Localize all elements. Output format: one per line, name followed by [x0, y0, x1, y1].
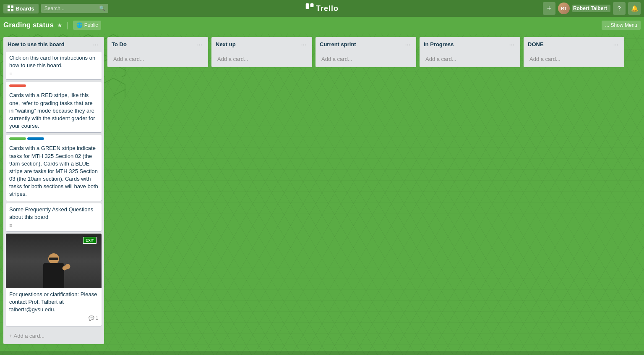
add-card-button-next-up[interactable]: Add a card...: [214, 53, 310, 65]
add-card-button-current-sprint[interactable]: Add a card...: [318, 53, 414, 65]
card-instructions[interactable]: Click on this card for instructions on h…: [6, 52, 102, 79]
body: [43, 263, 64, 288]
list-in-progress: In Progress ··· Add a card...: [420, 37, 520, 67]
list-menu-button-next-up[interactable]: ···: [299, 40, 308, 48]
add-card-button-done[interactable]: Add a card...: [526, 53, 622, 65]
list-to-do: To Do ··· Add a card...: [107, 37, 208, 67]
top-nav: Boards 🔍 Trello + RT Robert Talbert ? 🔔: [0, 0, 644, 17]
card-contact-text: For questions or clarification: Please c…: [9, 291, 98, 314]
red-label: [9, 84, 26, 87]
star-icon[interactable]: ★: [57, 22, 63, 29]
person-figure: [39, 251, 68, 288]
faq-description-icon: ≡: [9, 223, 98, 229]
card-faq[interactable]: Some Frequently Asked Questions about th…: [6, 203, 102, 231]
comment-number: 1: [96, 316, 98, 321]
trello-logo: Trello: [305, 3, 339, 14]
search-wrapper: 🔍: [41, 4, 108, 13]
card-labels-green-blue: [9, 137, 98, 142]
show-menu-button[interactable]: ... Show Menu: [602, 21, 641, 30]
titlebar-divider: |: [67, 21, 69, 30]
list-header-how-to-use: How to use this board ···: [3, 37, 104, 52]
list-title-done: DONE: [528, 41, 544, 47]
list-title-current-sprint: Current sprint: [320, 41, 356, 47]
notifications-button[interactable]: 🔔: [628, 2, 641, 15]
svg-rect-1: [11, 5, 13, 8]
list-menu-button-done[interactable]: ···: [611, 40, 620, 48]
comment-count: 💬 1: [89, 316, 98, 321]
add-button[interactable]: +: [543, 2, 555, 15]
user-menu-button[interactable]: Robert Talbert: [572, 5, 610, 12]
card-contact-body: For questions or clarification: Please c…: [6, 288, 102, 323]
list-header-to-do: To Do ···: [107, 37, 208, 52]
blue-label: [27, 137, 44, 140]
help-button[interactable]: ?: [613, 2, 626, 15]
list-title-in-progress: In Progress: [424, 41, 454, 47]
list-title-next-up: Next up: [216, 41, 236, 47]
boards-button[interactable]: Boards: [3, 4, 39, 13]
list-menu-button-in-progress[interactable]: ···: [507, 40, 516, 48]
bell-icon: 🔔: [631, 5, 638, 12]
board-background: How to use this board ··· Click on this …: [0, 34, 644, 355]
visibility-label: Public: [84, 22, 98, 28]
list-header-in-progress: In Progress ···: [420, 37, 520, 52]
boards-label: Boards: [16, 5, 34, 12]
comment-icon: 💬: [89, 316, 94, 321]
list-how-to-use: How to use this board ··· Click on this …: [3, 37, 104, 344]
trello-logo-icon: [305, 3, 314, 14]
card-faq-text: Some Frequently Asked Questions about th…: [9, 206, 98, 221]
list-title-to-do: To Do: [112, 41, 127, 47]
globe-icon: 🌐: [76, 22, 83, 28]
svg-rect-0: [8, 5, 10, 8]
card-instructions-text: Click on this card for instructions on h…: [9, 54, 98, 69]
svg-rect-4: [305, 3, 309, 9]
card-contact-footer: 💬 1: [9, 316, 98, 321]
grid-icon: [8, 5, 13, 11]
list-done: DONE ··· Add a card...: [524, 37, 624, 67]
card-red-text: Cards with a RED stripe, like this one, …: [9, 92, 98, 130]
list-header-current-sprint: Current sprint ···: [315, 37, 416, 52]
description-icon: ≡: [9, 71, 98, 77]
list-menu-button-to-do[interactable]: ···: [195, 40, 204, 48]
green-label: [9, 137, 26, 140]
visibility-button[interactable]: 🌐 Public: [73, 21, 102, 30]
help-icon: ?: [618, 5, 621, 12]
topbar-right: + RT Robert Talbert ? 🔔: [543, 2, 641, 15]
card-green-blue-stripe[interactable]: Cards with a GREEN stripe indicate tasks…: [6, 135, 102, 200]
list-cards-how-to-use: Click on this card for instructions on h…: [3, 52, 104, 329]
exit-sign: EXIT: [83, 237, 96, 244]
board-title: Grading status: [3, 21, 54, 29]
avatar[interactable]: RT: [558, 3, 570, 14]
card-labels-red: [9, 84, 98, 89]
svg-rect-3: [11, 9, 13, 11]
list-next-up: Next up ··· Add a card...: [211, 37, 312, 67]
svg-rect-2: [8, 9, 10, 11]
show-menu-label: ... Show Menu: [605, 22, 637, 28]
search-icon: 🔍: [99, 5, 105, 11]
board-canvas: How to use this board ··· Click on this …: [0, 34, 644, 355]
list-header-next-up: Next up ···: [211, 37, 312, 52]
card-contact[interactable]: EXIT: [6, 234, 102, 326]
card-image: EXIT: [6, 234, 102, 288]
svg-rect-5: [310, 3, 313, 7]
card-red-stripe[interactable]: Cards with a RED stripe, like this one, …: [6, 82, 102, 132]
search-input[interactable]: [41, 4, 108, 13]
trello-logo-text: Trello: [316, 4, 339, 13]
list-header-done: DONE ···: [524, 37, 624, 52]
add-card-button-to-do[interactable]: Add a card...: [110, 53, 206, 65]
plus-icon: +: [547, 4, 552, 13]
sunglasses: [49, 258, 58, 260]
list-menu-button-current-sprint[interactable]: ···: [403, 40, 412, 48]
list-menu-button-how-to-use[interactable]: ···: [91, 40, 100, 48]
add-card-button-in-progress[interactable]: Add a card...: [422, 53, 518, 65]
card-green-blue-text: Cards with a GREEN stripe indicate tasks…: [9, 145, 98, 198]
board-titlebar: Grading status ★ | 🌐 Public ... Show Men…: [0, 17, 644, 34]
user-name: Robert Talbert: [573, 5, 607, 11]
add-card-button-how-to-use[interactable]: + Add a card...: [6, 330, 102, 342]
list-current-sprint: Current sprint ··· Add a card...: [315, 37, 416, 67]
list-title-how-to-use: How to use this board: [8, 41, 65, 47]
